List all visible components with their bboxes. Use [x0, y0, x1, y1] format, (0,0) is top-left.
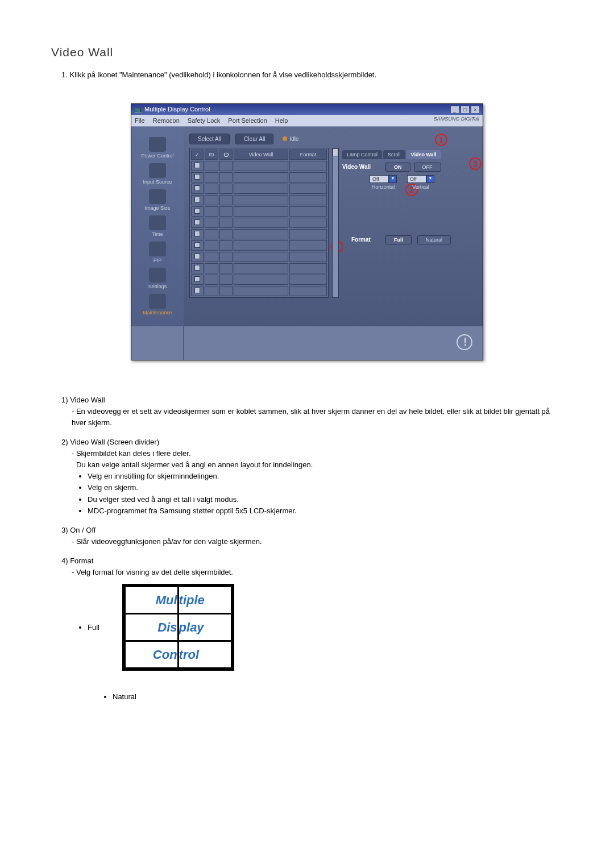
checkbox-icon[interactable] — [194, 276, 200, 282]
display-grid: ✓ ID ⏻ Video Wall Format — [189, 148, 329, 298]
checkbox-icon[interactable] — [194, 197, 200, 202]
item-3-title: 3) On / Off — [61, 525, 563, 536]
video-wall-label: Video Wall — [342, 164, 382, 170]
page-title: Video Wall — [51, 45, 563, 59]
checkbox-icon[interactable] — [194, 265, 200, 271]
menu-file[interactable]: File — [135, 117, 145, 124]
table-row[interactable] — [191, 240, 327, 251]
item-2-bullet-4: MDC-programmet fra Samsung støtter oppti… — [88, 505, 563, 517]
checkbox-icon[interactable] — [194, 185, 200, 191]
checkbox-icon[interactable] — [194, 208, 200, 214]
intro-text: Klikk på ikonet "Maintenance" (vedlikeho… — [69, 70, 376, 79]
table-row[interactable] — [191, 252, 327, 262]
close-icon[interactable]: × — [471, 106, 479, 113]
power-icon — [149, 137, 166, 152]
col-video-wall: Video Wall — [234, 149, 288, 160]
sidebar-item-power[interactable]: Power Control — [132, 137, 182, 159]
full-bullet: Full — [88, 622, 99, 633]
diagram-cell: Dis — [125, 614, 178, 641]
main-area: 1 2 3 4 Select All Clear All Idle ✓ ID ⏻ — [184, 127, 483, 326]
right-panel: Lamp Control Scroll Video Wall Video Wal… — [342, 148, 477, 298]
minimize-icon[interactable]: _ — [451, 106, 459, 113]
vertical-label: Vertical — [407, 184, 434, 190]
diagram-cell: trol — [178, 641, 231, 668]
col-id: ID — [205, 149, 218, 160]
menu-safety-lock[interactable]: Safety Lock — [188, 117, 220, 124]
full-button[interactable]: Full — [385, 235, 412, 244]
table-row[interactable] — [191, 206, 327, 217]
sidebar-item-image[interactable]: Image Size — [132, 189, 182, 211]
diagram-cell: play — [178, 614, 231, 641]
item-2-bullet-1: Velg en innstilling for skjerminndelinge… — [88, 471, 563, 482]
checkbox-icon[interactable] — [194, 242, 200, 248]
idle-indicator: Idle — [283, 136, 298, 142]
chevron-down-icon[interactable]: ▾ — [426, 175, 434, 183]
menu-help[interactable]: Help — [275, 117, 288, 124]
table-row[interactable] — [191, 229, 327, 239]
intro-number: 1. — [61, 70, 68, 79]
horizontal-dropdown[interactable]: Off ▾ — [370, 175, 397, 183]
natural-button[interactable]: Natural — [417, 235, 451, 244]
scrollbar[interactable] — [332, 148, 339, 298]
table-row[interactable] — [191, 172, 327, 182]
item-2-bullet-2: Velg en skjerm. — [88, 482, 563, 493]
item-2-bullet-3: Du velger sted ved å angi et tall i valg… — [88, 494, 563, 505]
sidebar-item-pip[interactable]: PIP — [132, 242, 182, 263]
item-2-title: 2) Video Wall (Screen divider) — [61, 437, 563, 448]
table-row[interactable] — [191, 195, 327, 205]
info-row — [131, 326, 483, 360]
tab-lamp-control[interactable]: Lamp Control — [342, 150, 382, 159]
full-diagram: Multiple Display Control — [122, 584, 234, 671]
col-power: ⏻ — [219, 149, 233, 160]
sidebar-item-time[interactable]: Time — [132, 215, 182, 237]
time-icon — [149, 215, 166, 230]
table-row[interactable] — [191, 275, 327, 285]
table-row[interactable] — [191, 263, 327, 273]
checkbox-icon[interactable] — [194, 163, 200, 168]
table-row[interactable] — [191, 184, 327, 194]
table-row[interactable] — [191, 161, 327, 171]
select-all-button[interactable]: Select All — [189, 134, 230, 144]
checkbox-icon[interactable] — [194, 254, 200, 259]
tab-scroll[interactable]: Scroll — [383, 150, 405, 159]
warning-icon — [457, 334, 472, 350]
idle-dot-icon — [283, 136, 287, 141]
checkbox-icon[interactable] — [194, 288, 200, 293]
clear-all-button[interactable]: Clear All — [235, 134, 273, 144]
item-4-text: - Velg format for visning av det delte s… — [72, 567, 563, 578]
window-titlebar: 📺 Multiple Display Control _ □ × — [131, 104, 483, 115]
window-title: 📺 Multiple Display Control — [135, 106, 210, 113]
item-3-text: - Slår videoveggfunksjonen på/av for den… — [72, 536, 563, 547]
scroll-thumb[interactable] — [333, 148, 338, 156]
menu-port-selection[interactable]: Port Selection — [228, 117, 267, 124]
format-label: Format — [351, 236, 380, 243]
maximize-icon[interactable]: □ — [461, 106, 469, 113]
checkbox-icon[interactable] — [194, 174, 200, 180]
natural-bullet: Natural — [113, 691, 563, 703]
item-1-title: 1) Video Wall — [61, 394, 563, 406]
vertical-dropdown[interactable]: Off ▾ — [407, 175, 434, 183]
item-1-text: - En videovegg er et sett av videoskjerm… — [72, 406, 563, 429]
item-2-a: - Skjermbildet kan deles i flere deler. — [72, 448, 563, 459]
sidebar-item-settings[interactable]: Settings — [132, 268, 182, 289]
checkbox-icon[interactable] — [194, 219, 200, 225]
sidebar-item-input[interactable]: Input Source — [132, 163, 182, 185]
table-row[interactable] — [191, 286, 327, 296]
menu-remocon[interactable]: Remocon — [153, 117, 180, 124]
sidebar-item-maintenance[interactable]: Maintenance — [132, 294, 182, 315]
diagram-cell: Con — [125, 641, 178, 668]
intro-line: 1. Klikk på ikonet "Maintenance" (vedlik… — [51, 69, 563, 81]
tab-video-wall[interactable]: Video Wall — [406, 150, 441, 159]
on-button[interactable]: ON — [385, 163, 410, 172]
vertical-value: Off — [407, 175, 426, 183]
off-button[interactable]: OFF — [414, 163, 441, 172]
checkbox-icon[interactable] — [194, 231, 200, 236]
chevron-down-icon[interactable]: ▾ — [389, 175, 397, 183]
table-row[interactable] — [191, 218, 327, 228]
input-icon — [149, 163, 166, 178]
item-4-title: 4) Format — [61, 555, 563, 567]
maintenance-icon — [149, 294, 166, 309]
col-format: Format — [289, 149, 327, 160]
col-check: ✓ — [191, 149, 204, 160]
badge-1: 1 — [435, 134, 447, 146]
